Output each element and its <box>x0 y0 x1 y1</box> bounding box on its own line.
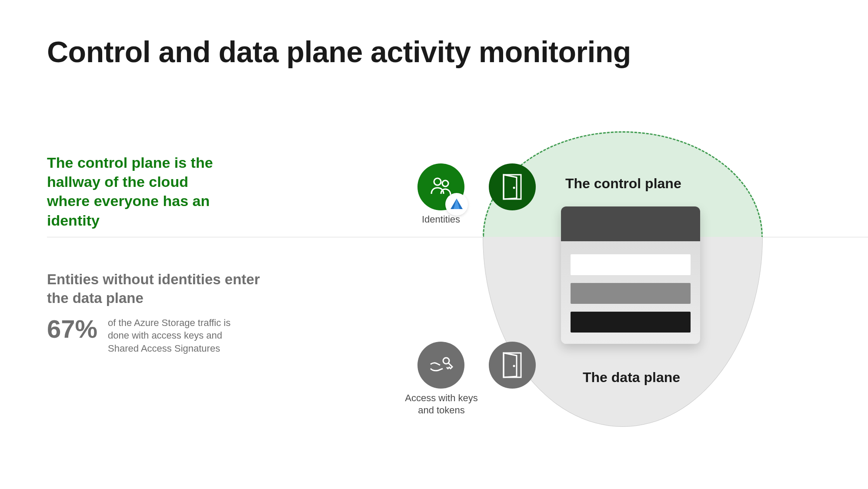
data-plane-blurb: Entities without identities enter the da… <box>47 270 264 308</box>
door-icon <box>489 163 536 210</box>
keys-label: Access with keys and tokens <box>400 392 483 416</box>
svg-point-1 <box>442 180 448 186</box>
control-plane-label: The control plane <box>565 176 681 192</box>
svg-point-6 <box>513 187 515 189</box>
resource-card-header <box>561 206 700 241</box>
resource-card-row <box>571 254 691 275</box>
identities-label: Identities <box>417 214 464 225</box>
door-icon <box>489 342 536 389</box>
azure-ad-icon <box>445 193 468 216</box>
svg-rect-4 <box>504 175 521 199</box>
svg-point-0 <box>434 178 441 185</box>
key-hand-icon <box>417 342 464 389</box>
stat-description: of the Azure Storage traffic is done wit… <box>108 316 238 355</box>
control-plane-blurb: The control plane is the hallway of the … <box>47 153 230 230</box>
svg-point-7 <box>443 358 449 364</box>
stat-percentage: 67% <box>47 316 97 342</box>
data-plane-label: The data plane <box>583 369 680 386</box>
svg-rect-8 <box>504 353 521 377</box>
resource-card-row <box>571 283 691 304</box>
data-plane-blurb-block: Entities without identities enter the da… <box>47 270 264 355</box>
resource-card <box>561 206 700 344</box>
slide: Control and data plane activity monitori… <box>0 0 868 489</box>
svg-point-10 <box>513 365 515 367</box>
stat-block: 67% of the Azure Storage traffic is done… <box>47 316 264 355</box>
page-title: Control and data plane activity monitori… <box>47 35 631 69</box>
resource-card-row <box>571 312 691 333</box>
